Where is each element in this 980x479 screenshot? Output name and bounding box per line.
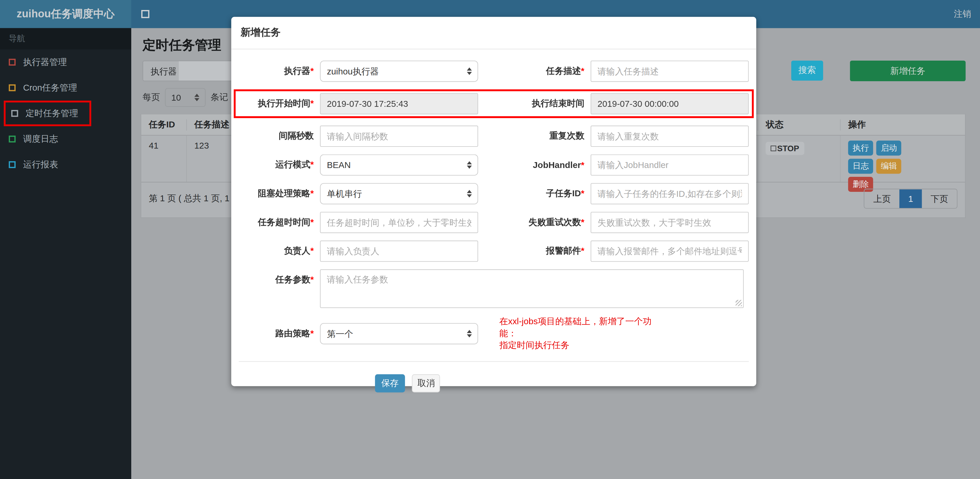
executor-select[interactable]: zuihou执行器 <box>320 60 478 82</box>
modal-body: 执行器* zuihou执行器 任务描述* 执行开始时间* 执行结束时间 间隔秒数 <box>231 49 756 393</box>
block-strategy-label: 阻塞处理策略* <box>239 188 314 199</box>
col-header-status: 状态 <box>758 119 840 130</box>
start-button[interactable]: 启动 <box>877 141 901 156</box>
sidebar-item-executor-manage[interactable]: 执行器管理 <box>0 49 131 75</box>
repeat-input[interactable] <box>591 126 749 147</box>
pager: 上页 1 下页 <box>864 189 957 208</box>
per-page-select[interactable]: 10 <box>165 88 206 107</box>
owner-label: 负责人* <box>239 246 314 257</box>
current-page-button[interactable]: 1 <box>899 189 922 208</box>
nav-section-label: 导航 <box>0 28 131 49</box>
page-title: 定时任务管理 <box>142 36 221 54</box>
fail-retry-input[interactable] <box>591 212 749 233</box>
sidebar-item-label: 执行器管理 <box>23 56 67 68</box>
square-icon <box>771 146 776 151</box>
executor-select-value: zuihou执行器 <box>327 66 379 76</box>
modal-title: 新增任务 <box>241 27 281 37</box>
log-button[interactable]: 日志 <box>848 159 873 173</box>
sidebar-item-run-report[interactable]: 运行报表 <box>0 152 131 177</box>
executor-label: 执行器* <box>239 65 314 77</box>
cancel-button[interactable]: 取消 <box>412 374 440 393</box>
teal-square-icon <box>9 161 16 168</box>
logout-link[interactable]: 注销 <box>954 0 971 28</box>
pagination-summary: 第 1 页 ( 总共 1 页, 1 <box>149 193 229 204</box>
sidebar-item-label: 调度日志 <box>23 133 58 145</box>
cell-status: STOP <box>758 136 840 182</box>
col-header-actions: 操作 <box>840 119 965 130</box>
prev-page-button[interactable]: 上页 <box>865 189 900 208</box>
sidebar-item-cron-task[interactable]: Cron任务管理 <box>0 75 131 100</box>
green-square-icon <box>9 136 16 142</box>
col-header-task-id: 任务ID <box>141 119 186 130</box>
per-page-value: 10 <box>171 92 181 102</box>
child-job-input[interactable] <box>591 183 749 204</box>
select-caret-icon <box>467 190 472 197</box>
route-strategy-select-value: 第一个 <box>327 328 353 338</box>
job-desc-label: 任务描述* <box>485 65 584 77</box>
per-page-prefix: 每页 <box>142 92 160 103</box>
select-caret-icon <box>467 329 472 337</box>
select-caret-icon <box>467 161 472 169</box>
timeout-label: 任务超时时间* <box>239 217 314 228</box>
select-caret-icon <box>194 94 199 101</box>
time-range-highlight-box: 执行开始时间* 执行结束时间 <box>234 89 754 118</box>
gray-square-icon <box>11 110 18 117</box>
start-time-label: 执行开始时间* <box>239 98 314 109</box>
status-text: STOP <box>777 143 799 153</box>
job-handler-label: JobHandler* <box>485 160 584 170</box>
job-desc-input[interactable] <box>591 60 749 82</box>
search-button[interactable]: 搜索 <box>791 60 823 81</box>
sidebar-toggle-icon[interactable] <box>141 10 150 18</box>
sidebar-item-label: 定时任务管理 <box>25 108 78 119</box>
orange-square-icon <box>9 84 16 91</box>
cell-task-id: 41 <box>141 136 186 182</box>
add-task-button[interactable]: 新增任务 <box>850 60 966 81</box>
job-handler-input[interactable] <box>591 154 749 176</box>
child-job-label: 子任务ID* <box>485 188 584 199</box>
block-strategy-select[interactable]: 单机串行 <box>320 183 478 204</box>
timeout-input[interactable] <box>320 212 478 233</box>
sidebar: 导航 执行器管理 Cron任务管理 定时任务管理 调度日志 运行报表 <box>0 28 131 479</box>
feature-note-line1: 在xxl-jobs项目的基础上，新增了一个功能： <box>500 315 662 339</box>
route-strategy-label: 路由策略* <box>239 328 314 339</box>
owner-input[interactable] <box>320 241 478 262</box>
end-time-input[interactable] <box>591 93 749 114</box>
start-time-input[interactable] <box>320 93 478 114</box>
job-param-textarea[interactable] <box>320 269 744 308</box>
fail-retry-label: 失败重试次数* <box>485 217 584 228</box>
run-mode-select-value: BEAN <box>327 160 351 170</box>
cell-actions: 执行 启动 日志 编辑 删除 <box>840 136 965 182</box>
repeat-label: 重复次数 <box>485 130 584 142</box>
interval-input[interactable] <box>320 126 478 147</box>
save-button[interactable]: 保存 <box>375 374 405 393</box>
per-page-suffix: 条记 <box>211 92 228 103</box>
feature-note-line2: 指定时间执行任务 <box>500 339 662 351</box>
app-brand: zuihou任务调度中心 <box>0 0 131 28</box>
end-time-label: 执行结束时间 <box>485 98 584 109</box>
red-square-icon <box>9 59 16 65</box>
sidebar-item-label: 运行报表 <box>23 159 58 170</box>
run-button[interactable]: 执行 <box>848 141 873 156</box>
alarm-email-input[interactable] <box>591 241 749 262</box>
alarm-email-label: 报警邮件* <box>485 246 584 257</box>
block-strategy-select-value: 单机串行 <box>327 189 362 199</box>
run-mode-select[interactable]: BEAN <box>320 154 478 176</box>
status-badge: STOP <box>766 142 804 155</box>
job-param-label: 任务参数* <box>239 274 314 285</box>
next-page-button[interactable]: 下页 <box>922 189 957 208</box>
edit-button[interactable]: 编辑 <box>877 159 901 173</box>
modal-header: 新增任务 <box>231 17 756 49</box>
per-page-control: 每页 10 条记 <box>142 88 228 107</box>
modal-footer: 保存 取消 <box>239 362 749 393</box>
sidebar-item-dispatch-log[interactable]: 调度日志 <box>0 126 131 152</box>
feature-note: 在xxl-jobs项目的基础上，新增了一个功能： 指定时间执行任务 <box>500 315 662 351</box>
add-task-modal: 新增任务 执行器* zuihou执行器 任务描述* 执行开始时间* 执行结束时间 <box>231 17 756 386</box>
resize-handle-icon[interactable] <box>736 300 742 306</box>
sidebar-item-label: Cron任务管理 <box>23 82 77 93</box>
sidebar-item-timed-task[interactable]: 定时任务管理 <box>4 100 91 126</box>
interval-label: 间隔秒数 <box>239 130 314 142</box>
run-mode-label: 运行模式* <box>239 159 314 171</box>
select-caret-icon <box>467 67 472 75</box>
route-strategy-select[interactable]: 第一个 <box>320 323 478 344</box>
